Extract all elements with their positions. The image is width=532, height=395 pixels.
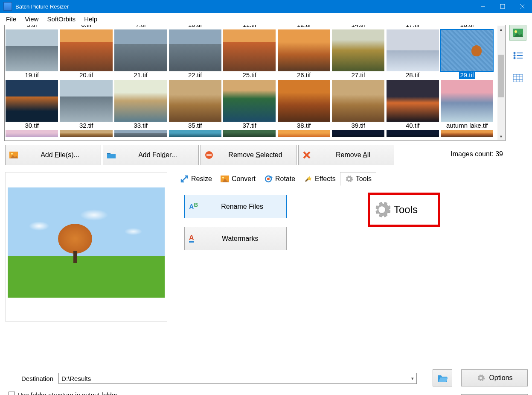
thumbnail-label: 21.tif xyxy=(113,71,168,79)
thumbnail-label: 25.tif xyxy=(222,71,277,79)
folder-structure-checkbox-row[interactable]: Use folder structure in output folder xyxy=(9,391,117,395)
thumbnail-label: 6.tif xyxy=(59,25,114,29)
destination-combobox[interactable]: D:\Results ▾ xyxy=(58,373,417,384)
thumbnail[interactable] xyxy=(60,29,113,71)
remove-all-button[interactable]: Remove All xyxy=(298,145,394,165)
scroll-down-button[interactable]: ▼ xyxy=(497,133,505,140)
tab-bar: Resize Convert Rotate Effects Tools xyxy=(176,172,376,186)
thumbnail[interactable] xyxy=(387,80,439,122)
thumbnail[interactable] xyxy=(387,29,439,71)
minimize-button[interactable] xyxy=(473,0,493,13)
thumbnail[interactable] xyxy=(332,130,384,137)
checkbox[interactable] xyxy=(9,392,15,395)
browse-folder-button[interactable] xyxy=(433,369,452,386)
thumbnail-label: 28.tif xyxy=(386,71,440,79)
thumbnail[interactable] xyxy=(278,80,330,122)
menu-help[interactable]: Help xyxy=(80,14,102,24)
thumbnail[interactable] xyxy=(60,80,113,122)
rename-files-button[interactable]: AB Rename Files xyxy=(184,195,287,218)
rename-icon: AB xyxy=(189,202,198,211)
view-thumbnails-button[interactable] xyxy=(509,25,526,41)
tools-highlight-callout: Tools xyxy=(368,193,440,227)
tools-panel: AB Rename Files A Watermarks xyxy=(176,186,506,327)
thumbnail[interactable] xyxy=(114,130,167,137)
view-mode-sidebar xyxy=(509,25,529,93)
app-icon xyxy=(3,2,12,11)
app-title: Batch Picture Resizer xyxy=(15,3,473,10)
add-folder-button[interactable]: Add Folder... xyxy=(103,145,199,165)
svg-rect-22 xyxy=(206,155,212,156)
menu-view[interactable]: View xyxy=(20,14,43,24)
thumbnail-label: 22.tif xyxy=(168,71,223,79)
thumbnail[interactable] xyxy=(223,80,276,122)
tab-convert[interactable]: Convert xyxy=(216,172,260,186)
view-details-button[interactable] xyxy=(509,70,526,86)
watermark-icon: A xyxy=(189,234,194,243)
destination-label: Destination xyxy=(21,375,53,382)
tab-label: Resize xyxy=(191,175,212,183)
thumbnail[interactable] xyxy=(332,80,384,122)
tab-resize[interactable]: Resize xyxy=(176,172,216,186)
tab-tools[interactable]: Tools xyxy=(340,172,376,186)
thumbnail[interactable] xyxy=(6,29,58,71)
thumbnail[interactable] xyxy=(114,80,167,122)
thumbnail[interactable] xyxy=(223,29,276,71)
thumbnail[interactable] xyxy=(169,80,221,122)
maximize-button[interactable] xyxy=(493,0,512,13)
button-label: Remove All xyxy=(316,151,390,159)
button-label: Remove Selected xyxy=(218,151,293,159)
folder-icon xyxy=(107,150,116,160)
tab-label: Rotate xyxy=(275,175,295,183)
checkbox-label: Use folder structure in output folder xyxy=(17,391,117,395)
thumbnail[interactable] xyxy=(441,80,493,122)
thumbnail[interactable] xyxy=(6,130,58,137)
close-button[interactable] xyxy=(512,0,532,13)
view-list-button[interactable] xyxy=(509,47,526,64)
folder-open-icon xyxy=(437,374,448,382)
button-label: Add Folder... xyxy=(120,151,195,159)
thumbnail[interactable] xyxy=(387,130,439,137)
preview-panel xyxy=(5,172,167,322)
options-button[interactable]: Options xyxy=(461,369,528,386)
tab-label: Effects xyxy=(315,175,336,183)
svg-point-30 xyxy=(267,178,270,180)
convert-icon xyxy=(221,175,229,183)
rotate-icon xyxy=(264,175,273,183)
tab-effects[interactable]: Effects xyxy=(299,172,340,186)
add-files-button[interactable]: Add File(s)... xyxy=(5,145,101,165)
thumbnail[interactable] xyxy=(6,80,58,122)
thumbnail[interactable] xyxy=(114,29,167,71)
svg-point-9 xyxy=(514,55,515,56)
scroll-thumb[interactable] xyxy=(498,55,504,97)
menu-softorbits[interactable]: SoftOrbits xyxy=(43,14,80,24)
destination-value: D:\Results xyxy=(61,375,91,382)
scroll-up-button[interactable]: ▲ xyxy=(497,26,505,33)
thumbnail[interactable] xyxy=(278,130,330,137)
button-label: Options xyxy=(489,374,512,382)
gallery-scrollbar[interactable]: ▲ ▼ xyxy=(497,26,505,140)
thumbnail[interactable] xyxy=(169,130,221,137)
svg-point-11 xyxy=(514,58,515,59)
tab-label: Convert xyxy=(232,175,256,183)
image-gallery[interactable]: 5.tif 6.tif 7.tif 10.tif 11.tif 12.tif 1… xyxy=(4,25,506,141)
thumbnail[interactable] xyxy=(223,130,276,137)
menu-file[interactable]: File xyxy=(2,14,20,24)
gear-icon xyxy=(373,201,390,218)
thumbnail[interactable] xyxy=(332,29,384,71)
thumbnail-label: 37.tif xyxy=(222,122,277,129)
svg-point-7 xyxy=(514,53,515,54)
thumbnail[interactable] xyxy=(278,29,330,71)
thumbnail-label: 30.tif xyxy=(5,122,59,129)
watermarks-button[interactable]: A Watermarks xyxy=(184,227,287,250)
thumbnail-selected[interactable] xyxy=(441,29,493,71)
menu-bar: File View SoftOrbits Help xyxy=(0,13,532,25)
tab-label: Tools xyxy=(356,175,372,183)
thumbnail[interactable] xyxy=(441,130,493,137)
thumbnail[interactable] xyxy=(169,29,221,71)
gear-icon xyxy=(345,175,353,183)
thumbnail-label: 7.tif xyxy=(113,25,168,29)
remove-selected-button[interactable]: Remove Selected xyxy=(201,145,297,165)
thumbnail[interactable] xyxy=(60,130,113,137)
thumbnail-label: 39.tif xyxy=(331,122,386,129)
tab-rotate[interactable]: Rotate xyxy=(260,172,299,186)
